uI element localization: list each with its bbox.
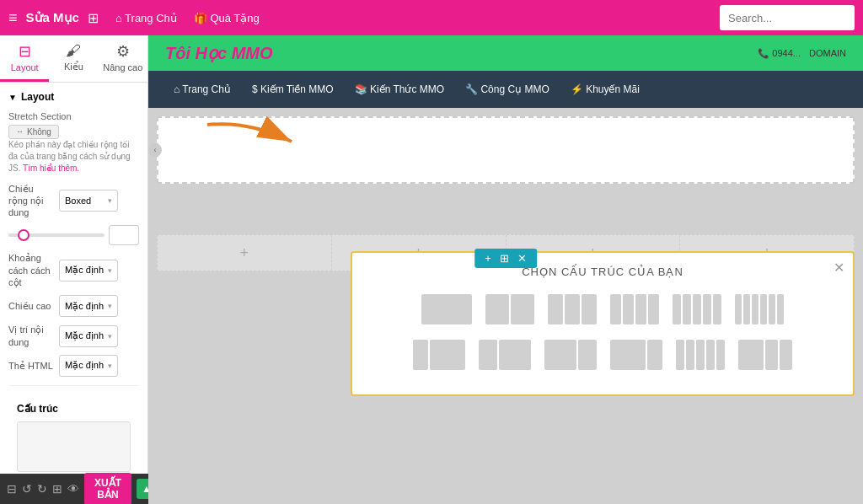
gear-icon: ⚙ (116, 42, 130, 61)
layout-2col[interactable] (482, 291, 538, 328)
stretch-toggle-label: Không (27, 127, 51, 137)
modal-close-button[interactable]: ✕ (834, 260, 844, 276)
menu-icon[interactable]: ≡ (8, 9, 18, 27)
vi-tri-value: Mặc định (65, 330, 104, 341)
the-html-label: Thẻ HTML (8, 360, 55, 372)
nav-cong-cu[interactable]: 🔧 Công Cụ MMO (457, 79, 558, 99)
cau-truc-preview (17, 421, 131, 472)
vi-tri-select[interactable]: Mặc định ▾ (59, 325, 118, 347)
layout-33-67[interactable] (475, 336, 534, 373)
khoang-cach-label: Khoảng cách cách cột (8, 252, 55, 288)
header-phone: 📞 0944... (758, 48, 801, 59)
cau-truc-section: Cấu trúc (8, 394, 139, 474)
vi-tri-row: Vị trí nội dung Mặc định ▾ (8, 324, 139, 348)
nav-gift[interactable]: 🎁 Quà Tặng (194, 12, 260, 24)
sidebar-content: ▼ Layout Stretch Section ↔ Không Kéo phầ… (0, 83, 147, 474)
slider-track[interactable] (8, 233, 105, 237)
chieu-cao-label: Chiều cao (8, 300, 55, 312)
section-add-button[interactable]: + (481, 251, 495, 265)
layout-row-1 (365, 291, 840, 328)
tab-layout[interactable]: ⊟ Layout (0, 35, 49, 82)
slider-row (8, 225, 139, 245)
nav-khuyen-mai[interactable]: ⚡ Khuyến Mãi (562, 79, 648, 99)
site-header-green: Tôi Học MMO 📞 0944... DOMAIN (148, 35, 863, 71)
section-collapse[interactable]: ‹ (148, 143, 162, 157)
learn-more-link[interactable]: Tìm hiểu thêm. (23, 164, 79, 173)
layout-5col[interactable] (669, 291, 725, 328)
layers-icon[interactable]: ⊟ (7, 482, 17, 496)
header-domain: DOMAIN (809, 48, 846, 58)
layout-75-25[interactable] (607, 336, 666, 373)
the-html-select[interactable]: Mặc định ▾ (59, 355, 118, 377)
section-close-button[interactable]: ✕ (514, 251, 530, 265)
bottom-bar: ⊟ ↺ ↻ ⊞ 👁 XUẤT BẢN ▲ (0, 474, 148, 504)
chevron-down-icon3: ▾ (108, 302, 112, 310)
layout-4col[interactable] (607, 291, 662, 328)
tab-nangcao[interactable]: ⚙ Nâng cao (99, 35, 147, 82)
nav-home[interactable]: ⌂ Trang Chủ (115, 12, 177, 24)
layout-section-title: Layout (21, 91, 54, 103)
layout-3col[interactable] (544, 291, 600, 328)
sidebar: ⊟ Layout 🖌 Kiểu ⚙ Nâng cao ▼ Layout Stre… (0, 35, 148, 504)
undo-icon[interactable]: ↺ (22, 482, 32, 496)
layout-row-2 (365, 336, 840, 373)
khoang-cach-value: Mặc định (65, 265, 104, 276)
collapse-icon[interactable]: ▼ (8, 93, 17, 102)
layout-5col-v2[interactable] (673, 336, 728, 373)
chevron-down-icon2: ▾ (108, 266, 112, 275)
toggle-icon: ↔ (16, 127, 24, 136)
khoang-cach-select[interactable]: Mặc định ▾ (59, 260, 118, 281)
chieu-rong-value: Boxed (65, 196, 91, 206)
slider-input[interactable] (109, 225, 139, 245)
redo-icon[interactable]: ↻ (37, 482, 47, 496)
editor-layout: ⊟ Layout 🖌 Kiểu ⚙ Nâng cao ▼ Layout Stre… (0, 35, 863, 504)
chevron-down-icon5: ▾ (108, 362, 112, 370)
tab-kieu-label: Kiểu (64, 62, 83, 72)
stretch-section-field: Stretch Section ↔ Không Kéo phần này đạt… (8, 111, 139, 174)
publish-button[interactable]: XUẤT BẢN (84, 473, 131, 504)
site-nav: ⌂ Trang Chủ $ Kiếm Tiền MMO 📚 Kiến Thức … (148, 71, 863, 108)
layout-icon: ⊟ (19, 42, 31, 61)
eye-icon[interactable]: 👁 (67, 482, 79, 496)
section-grid-button[interactable]: ⊞ (496, 251, 512, 265)
chieu-rong-label: Chiều rộng nội dung (8, 183, 55, 219)
chieu-rong-row: Chiều rộng nội dung Boxed ▾ (8, 183, 139, 219)
settings-icon[interactable]: ⊞ (52, 482, 62, 496)
nav-trang-chu[interactable]: ⌂ Trang Chủ (165, 79, 239, 99)
chevron-down-icon: ▾ (108, 196, 112, 205)
stretch-desc: Kéo phần này đạt chiều rộng tối đa của t… (8, 139, 139, 174)
chieu-cao-select[interactable]: Mặc định ▾ (59, 295, 118, 317)
apps-icon[interactable]: ⊞ (88, 10, 99, 26)
main-canvas: Tôi Học MMO 📞 0944... DOMAIN ⌂ Trang Chủ… (148, 35, 863, 504)
tab-layout-label: Layout (11, 62, 39, 72)
add-col-1[interactable]: + (158, 235, 332, 271)
top-bar-nav: ⌂ Trang Chủ 🎁 Quà Tặng (115, 12, 260, 24)
site-logo-text: Tôi Học MMO (165, 43, 273, 63)
stretch-toggle[interactable]: ↔ Không (8, 125, 59, 139)
slider-thumb[interactable] (18, 229, 29, 241)
layout-1col[interactable] (418, 291, 475, 328)
top-bar-title: Sửa Mục (26, 10, 79, 25)
stretch-label: Stretch Section (8, 111, 139, 121)
tab-nangcao-label: Nâng cao (103, 62, 142, 72)
chieu-cao-value: Mặc định (65, 301, 104, 312)
layout-25-75[interactable] (410, 336, 469, 373)
website-preview: Tôi Học MMO 📞 0944... DOMAIN ⌂ Trang Chủ… (148, 35, 863, 504)
chevron-down-icon4: ▾ (108, 332, 112, 340)
canvas-area: ‹ ✕ CHỌN CẤU TRÚC CỦA BẠN (148, 108, 863, 361)
nav-kien-thuc[interactable]: 📚 Kiến Thức MMO (346, 79, 453, 99)
structure-modal: ✕ CHỌN CẤU TRÚC CỦA BẠN (351, 251, 855, 396)
modal-title: CHỌN CẤU TRÚC CỦA BẠN (365, 265, 840, 278)
nav-kiem-tien[interactable]: $ Kiếm Tiền MMO (244, 79, 342, 99)
cau-truc-label: Cấu trúc (17, 403, 131, 415)
search-input[interactable] (720, 5, 855, 30)
layout-6col[interactable] (732, 291, 787, 328)
tab-kieu[interactable]: 🖌 Kiểu (49, 35, 98, 82)
khoang-cach-row: Khoảng cách cách cột Mặc định ▾ (8, 252, 139, 288)
the-html-value: Mặc định (65, 360, 104, 371)
site-logo: Tôi Học MMO (165, 43, 273, 63)
layout-section-header: ▼ Layout (8, 91, 139, 103)
chieu-rong-select[interactable]: Boxed ▾ (59, 190, 118, 212)
layout-67-33[interactable] (541, 336, 600, 373)
layout-50-25-25[interactable] (735, 336, 796, 373)
